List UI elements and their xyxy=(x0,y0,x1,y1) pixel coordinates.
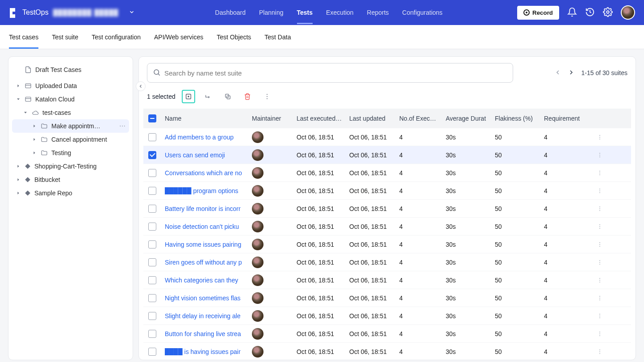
row-checkbox[interactable] xyxy=(148,240,156,248)
row-more-button[interactable] xyxy=(593,223,606,230)
test-case-link[interactable]: Add members to a group xyxy=(165,134,234,141)
table-row[interactable]: Night vision sometimes flasOct 06, 18:51… xyxy=(143,289,631,307)
subnav-test-configuration[interactable]: Test configuration xyxy=(92,25,141,49)
add-to-suite-button[interactable] xyxy=(182,90,195,103)
row-more-button[interactable] xyxy=(593,206,606,212)
test-case-link[interactable]: Battery life monitor is incorr xyxy=(165,205,241,212)
caret-icon[interactable] xyxy=(16,97,21,101)
record-button[interactable]: Record xyxy=(517,6,559,20)
row-checkbox[interactable] xyxy=(148,294,156,302)
test-case-link[interactable]: ██████ program options xyxy=(165,187,238,194)
prev-page-button[interactable] xyxy=(554,69,561,77)
subnav-api-web-services[interactable]: API/Web services xyxy=(154,25,203,49)
row-checkbox[interactable] xyxy=(148,312,156,320)
sidebar-collapse-button[interactable] xyxy=(136,81,146,91)
test-case-link[interactable]: Slight delay in receiving ale xyxy=(165,312,241,320)
copy-button[interactable] xyxy=(221,90,234,103)
next-page-button[interactable] xyxy=(568,69,575,77)
tree-item-more-icon[interactable]: ⋯ xyxy=(119,122,125,130)
bell-icon[interactable] xyxy=(567,7,577,18)
caret-icon[interactable] xyxy=(16,164,21,168)
delete-button[interactable] xyxy=(241,90,254,103)
row-more-button[interactable] xyxy=(593,152,606,158)
tree-item-katalon-cloud[interactable]: Katalon Cloud xyxy=(12,93,129,106)
tree-item-test-cases[interactable]: test-cases xyxy=(12,106,129,119)
tree-item-uploaded-data[interactable]: Uploaded Data xyxy=(12,79,129,93)
table-row[interactable]: ████ is having issues pairOct 06, 18:51O… xyxy=(143,343,631,360)
table-row[interactable]: Conversations which are noOct 06, 18:51O… xyxy=(143,164,631,182)
nav-tests[interactable]: Tests xyxy=(297,1,313,24)
table-row[interactable]: ██████ program optionsOct 06, 18:51Oct 0… xyxy=(143,182,631,200)
nav-planning[interactable]: Planning xyxy=(259,1,284,24)
table-row[interactable]: Users can send emojiOct 06, 18:51Oct 06,… xyxy=(143,146,631,164)
row-checkbox[interactable] xyxy=(148,330,156,338)
caret-icon[interactable] xyxy=(16,84,21,88)
test-case-link[interactable]: Siren goes off without any p xyxy=(165,259,242,266)
table-row[interactable]: Slight delay in receiving aleOct 06, 18:… xyxy=(143,307,631,325)
table-row[interactable]: Which categories can theyOct 06, 18:51Oc… xyxy=(143,271,631,289)
col-requirement[interactable]: Requirement xyxy=(540,115,593,122)
col-name[interactable]: Name xyxy=(161,115,248,122)
table-row[interactable]: Battery life monitor is incorrOct 06, 18… xyxy=(143,200,631,218)
tree-item-sample-repo[interactable]: Sample Repo xyxy=(12,186,129,200)
subnav-test-cases[interactable]: Test cases xyxy=(9,25,38,49)
col-last-executed[interactable]: Last executed xyxy=(293,115,346,122)
row-more-button[interactable] xyxy=(593,188,606,194)
col-flakiness[interactable]: Flakiness (%) xyxy=(491,115,540,122)
table-row[interactable]: Having some issues pairingOct 06, 18:51O… xyxy=(143,236,631,253)
row-checkbox[interactable] xyxy=(148,348,156,356)
tree-item-shopping-cart-testing[interactable]: Shopping-Cart-Testing xyxy=(12,160,129,173)
caret-icon[interactable] xyxy=(32,137,37,142)
col-last-updated[interactable]: Last updated xyxy=(346,115,396,122)
row-checkbox[interactable] xyxy=(148,223,156,231)
row-checkbox[interactable] xyxy=(148,258,156,266)
user-avatar[interactable] xyxy=(621,5,635,20)
table-row[interactable]: Siren goes off without any pOct 06, 18:5… xyxy=(143,253,631,271)
row-more-button[interactable] xyxy=(593,170,606,176)
row-more-button[interactable] xyxy=(593,349,606,355)
select-all-checkbox[interactable] xyxy=(148,114,156,122)
caret-icon[interactable] xyxy=(32,151,37,155)
tree-item-testing[interactable]: Testing xyxy=(12,146,129,160)
test-case-link[interactable]: Button for sharing live strea xyxy=(165,330,241,337)
subnav-test-objects[interactable]: Test Objects xyxy=(217,25,251,49)
more-actions-button[interactable] xyxy=(260,90,274,103)
search-box[interactable] xyxy=(147,63,513,83)
tree-item-bitbucket[interactable]: Bitbucket xyxy=(12,173,129,186)
table-row[interactable]: Add members to a groupOct 06, 18:51Oct 0… xyxy=(143,128,631,146)
test-case-link[interactable]: Noise detection can't picku xyxy=(165,223,239,230)
table-row[interactable]: Button for sharing live streaOct 06, 18:… xyxy=(143,325,631,343)
nav-configurations[interactable]: Configurations xyxy=(402,1,443,24)
history-icon[interactable] xyxy=(585,7,595,18)
subnav-test-data[interactable]: Test Data xyxy=(264,25,291,49)
col-maintainer[interactable]: Maintainer xyxy=(248,115,293,122)
nav-reports[interactable]: Reports xyxy=(367,1,389,24)
table-row[interactable]: Noise detection can't pickuOct 06, 18:51… xyxy=(143,218,631,236)
row-checkbox[interactable] xyxy=(148,276,156,284)
col-executions[interactable]: No.of Executio xyxy=(396,115,442,122)
row-checkbox[interactable] xyxy=(148,205,156,213)
col-duration[interactable]: Average Durat xyxy=(442,115,491,122)
caret-icon[interactable] xyxy=(32,124,37,128)
nav-dashboard[interactable]: Dashboard xyxy=(215,1,246,24)
row-checkbox[interactable] xyxy=(148,187,156,195)
caret-icon[interactable] xyxy=(16,191,21,195)
row-more-button[interactable] xyxy=(593,134,606,140)
caret-icon[interactable] xyxy=(16,177,21,182)
row-more-button[interactable] xyxy=(593,295,606,301)
search-input[interactable] xyxy=(164,69,507,77)
tree-item-cancel-appointment[interactable]: Cancel appointment xyxy=(12,133,129,146)
row-checkbox[interactable] xyxy=(148,151,156,159)
test-case-link[interactable]: Night vision sometimes flas xyxy=(165,295,241,302)
draft-test-cases[interactable]: Draft Test Cases xyxy=(12,63,129,76)
row-more-button[interactable] xyxy=(593,313,606,319)
gear-icon[interactable] xyxy=(603,7,613,18)
project-chevron-icon[interactable] xyxy=(129,9,135,17)
row-more-button[interactable] xyxy=(593,331,606,337)
subnav-test-suite[interactable]: Test suite xyxy=(52,25,78,49)
move-button[interactable] xyxy=(201,90,215,103)
test-case-link[interactable]: Conversations which are no xyxy=(165,169,242,177)
caret-icon[interactable] xyxy=(23,110,28,115)
test-case-link[interactable]: Users can send emoji xyxy=(165,152,225,159)
test-case-link[interactable]: Having some issues pairing xyxy=(165,241,241,248)
